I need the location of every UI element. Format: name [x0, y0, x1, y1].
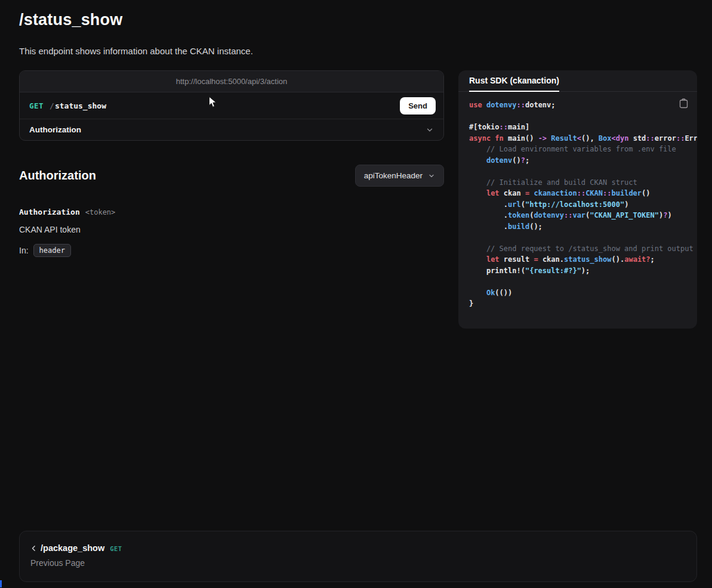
sdk-tab-bar: Rust SDK (ckanaction): [458, 70, 697, 92]
authorization-collapse-row[interactable]: Authorization: [20, 119, 443, 140]
request-row: GET /status_show Send: [20, 92, 443, 119]
code-line: // Load environment variables from .env …: [469, 144, 697, 155]
in-value-badge: header: [33, 244, 71, 257]
code-line: [469, 111, 697, 122]
path-slash: /: [50, 101, 54, 110]
auth-param-name: Authorization: [19, 208, 80, 216]
code-line: .url("http://localhost:5000"): [469, 199, 697, 211]
base-url: http://localhost:5000/api/3/action: [20, 71, 443, 92]
code-line: use dotenvy::dotenv;: [469, 100, 697, 111]
code-line: .build();: [469, 221, 697, 233]
code-line: Ok(()): [469, 287, 697, 299]
code-line: [469, 276, 697, 287]
auth-param-row: Authorization<token>: [19, 206, 115, 217]
auth-scheme-dropdown[interactable]: apiTokenHeader: [355, 165, 444, 187]
in-label: In:: [19, 246, 29, 255]
chevron-down-icon: [426, 126, 434, 134]
prev-page-method: GET: [110, 544, 122, 552]
authorization-collapse-label: Authorization: [29, 125, 81, 134]
code-line: [469, 232, 697, 243]
prev-page-title-row: /package_show GET: [30, 543, 685, 553]
http-method-badge: GET: [29, 101, 44, 110]
prev-page-card[interactable]: /package_show GET Previous Page: [19, 531, 697, 582]
code-line: dotenv()?;: [469, 155, 697, 166]
code-line: // Initialize and build CKAN struct: [469, 177, 697, 188]
code-line: let result = ckan.status_show().await?;: [469, 254, 697, 265]
code-line: async fn main() -> Result<(), Box<dyn st…: [469, 133, 697, 144]
code-line: }: [469, 298, 697, 310]
prev-page-title: /package_show: [41, 543, 104, 553]
auth-param-description: CKAN API token: [19, 225, 81, 234]
authorization-heading: Authorization: [19, 169, 96, 182]
code-body: use dotenvy::dotenv; #[tokio::main]async…: [458, 92, 697, 329]
focus-indicator: [0, 580, 2, 587]
clipboard-icon: [679, 101, 688, 110]
chevron-down-icon: [428, 172, 435, 180]
send-button[interactable]: Send: [400, 97, 436, 114]
code-line: .token(dotenvy::var("CKAN_API_TOKEN")?): [469, 210, 697, 221]
code-line: #[tokio::main]: [469, 122, 697, 133]
chevron-left-icon: [30, 544, 38, 552]
code-block: use dotenvy::dotenv; #[tokio::main]async…: [469, 100, 697, 310]
copy-button[interactable]: [678, 97, 689, 112]
code-line: let ckan = ckanaction::CKAN::builder(): [469, 188, 697, 199]
request-path: /status_show: [50, 101, 106, 110]
page-title: /status_show: [19, 11, 122, 29]
prev-page-label: Previous Page: [30, 558, 685, 568]
auth-param-in-row: In: header: [19, 244, 71, 257]
path-name: status_show: [55, 101, 106, 110]
authorization-section-header: Authorization apiTokenHeader: [19, 165, 444, 187]
code-line: [469, 166, 697, 177]
auth-scheme-value: apiTokenHeader: [364, 171, 423, 180]
auth-param-type: <token>: [85, 208, 116, 216]
code-line: println!("{result:#?}");: [469, 265, 697, 277]
sdk-code-panel: Rust SDK (ckanaction) use dotenvy::doten…: [458, 70, 697, 329]
request-card: http://localhost:5000/api/3/action GET /…: [19, 70, 444, 141]
tab-rust-sdk[interactable]: Rust SDK (ckanaction): [469, 70, 559, 92]
page-description: This endpoint shows information about th…: [19, 46, 253, 56]
code-line: // Send request to /status_show and prin…: [469, 243, 697, 255]
